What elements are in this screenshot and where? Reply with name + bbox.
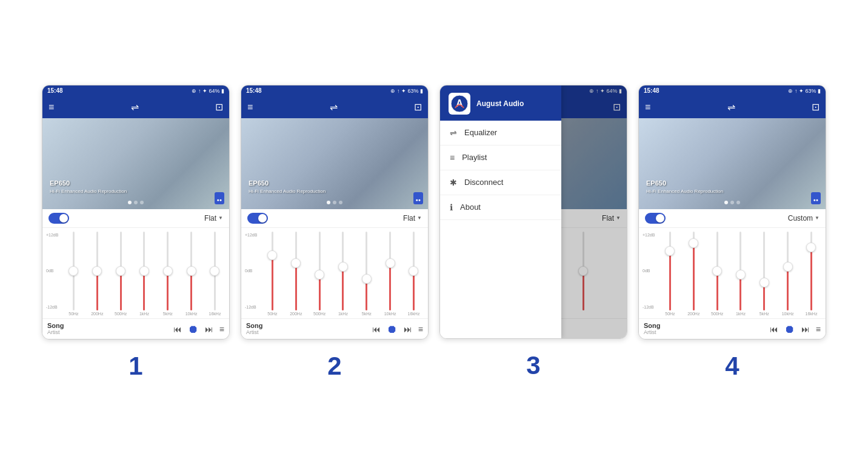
next-btn-4[interactable]: ⏭ xyxy=(801,324,810,334)
artist-1: Artist xyxy=(47,329,64,335)
dot2-1 xyxy=(327,201,330,204)
equalizer-icon: ⇌ xyxy=(450,128,457,138)
phone-4: 15:48 ⊕ ↑ ✦ 63% ▮ ≡ ⇌ ⊡ EP650Hi-Fi Enhan… xyxy=(638,85,826,340)
now-playing-1: Song Artist ⏮ ⏺ ⏭ ≡ xyxy=(42,318,229,339)
status-bar-2: 15:48 ⊕ ↑ ✦ 63% ▮ xyxy=(241,85,428,96)
toggle-row-2: Flat ▼ xyxy=(241,209,428,228)
menu-playlist[interactable]: ≡ Playlist xyxy=(440,146,561,170)
thumb-2-6[interactable] xyxy=(386,258,395,268)
thumb-1-7[interactable] xyxy=(210,266,219,276)
queue-btn-4[interactable]: ≡ xyxy=(816,324,821,334)
freq-200hz-2: 200Hz xyxy=(286,312,305,316)
freq-16khz-4: 16kHz xyxy=(801,312,821,316)
side-menu: A August Audio ⇌ Equalizer ≡ Playlist xyxy=(440,85,561,338)
band-2-1 xyxy=(262,232,282,310)
next-btn-2[interactable]: ⏭ xyxy=(404,324,412,334)
thumb-4-4[interactable] xyxy=(736,270,746,279)
status-bar-4: 15:48 ⊕ ↑ ✦ 63% ▮ xyxy=(639,85,826,96)
thumb-4-6[interactable] xyxy=(783,262,793,272)
svg-text:A: A xyxy=(456,98,463,109)
eq-toggle-4[interactable] xyxy=(645,213,666,224)
band-1-5 xyxy=(158,232,178,310)
badge-4: ●● xyxy=(811,192,821,204)
db-plus-label-1: +12dB xyxy=(46,233,61,237)
time-4: 15:48 xyxy=(644,87,659,94)
toggle-row-4: Custom ▼ xyxy=(639,209,826,228)
band-2-6 xyxy=(381,232,400,310)
overlay-bg[interactable] xyxy=(561,85,627,338)
now-playing-4: Song Artist ⏮ ⏺ ⏭ ≡ xyxy=(639,318,826,339)
eq-icon-2[interactable]: ⇌ xyxy=(330,101,338,113)
bluetooth-icon: ✱ xyxy=(450,178,457,187)
eq-with-dropdown: +12dB 0dB -12dB xyxy=(241,228,428,318)
thumb-2-1[interactable] xyxy=(267,250,277,260)
thumb-1-5[interactable] xyxy=(163,266,173,276)
eq-section-4: +12dB 0dB -12dB xyxy=(639,228,826,318)
freq-50hz-2: 50Hz xyxy=(262,312,282,316)
menu-icon-1[interactable]: ≡ xyxy=(48,102,54,113)
status-icons-4: ⊕ ↑ ✦ 63% ▮ xyxy=(788,88,821,94)
freq-5khz-4: 5kHz xyxy=(755,312,774,316)
thumb-4-2[interactable] xyxy=(689,238,698,248)
thumb-4-1[interactable] xyxy=(665,246,675,256)
menu-icon-2[interactable]: ≡ xyxy=(247,102,253,113)
screen-1-wrapper: 15:48 ⊕ ↑ ✦ 64% ▮ ≡ ⇌ ⊡ EP650Hi-Fi Enhan… xyxy=(42,85,230,381)
eq-toggle-1[interactable] xyxy=(48,213,69,224)
thumb-4-5[interactable] xyxy=(760,278,769,287)
hero-label-2: EP650Hi-Fi Enhanced Audio Reproduction xyxy=(249,179,326,194)
preset-label-1[interactable]: Flat ▼ xyxy=(204,214,223,222)
play-btn-2[interactable]: ⏺ xyxy=(387,323,398,336)
thumb-1-3[interactable] xyxy=(116,266,125,276)
screen-number-3: 3 xyxy=(526,351,540,380)
thumb-2-7[interactable] xyxy=(409,266,418,276)
dot-3 xyxy=(140,201,144,204)
dropdown-arrow-2: ▼ xyxy=(417,215,422,221)
freq-1khz-4: 1kHz xyxy=(731,312,750,316)
hero-image-4: EP650Hi-Fi Enhanced Audio Reproduction ●… xyxy=(639,118,826,209)
status-bar-1: 15:48 ⊕ ↑ ✦ 64% ▮ xyxy=(42,85,229,96)
dot-1 xyxy=(128,201,132,204)
menu-equalizer[interactable]: ⇌ Equalizer xyxy=(440,121,561,146)
preset-label-2[interactable]: Flat ▼ xyxy=(403,214,422,222)
thumb-1-6[interactable] xyxy=(187,266,196,276)
playlist-icon-1[interactable]: ⊡ xyxy=(215,101,223,113)
thumb-1-4[interactable] xyxy=(139,266,149,276)
freq-500hz-4: 500Hz xyxy=(707,312,727,316)
artist-2: Artist xyxy=(246,329,263,335)
song-title-4: Song xyxy=(644,322,661,329)
thumb-2-2[interactable] xyxy=(291,258,301,268)
thumb-1-1[interactable] xyxy=(68,266,78,276)
prev-btn-4[interactable]: ⏮ xyxy=(770,324,778,334)
thumb-4-3[interactable] xyxy=(712,266,722,276)
playlist-icon-2[interactable]: ⊡ xyxy=(414,101,422,113)
thumb-1-2[interactable] xyxy=(92,266,102,276)
band-4-4 xyxy=(731,232,750,310)
eq-toggle-2[interactable] xyxy=(247,213,268,224)
controls-2: ⏮ ⏺ ⏭ ≡ xyxy=(372,323,423,336)
thumb-4-7[interactable] xyxy=(806,243,816,252)
phone-2: 15:48 ⊕ ↑ ✦ 63% ▮ ≡ ⇌ ⊡ EP650Hi-Fi Enhan… xyxy=(241,85,429,340)
db-minus-label-2: -12dB xyxy=(245,305,259,309)
menu-about[interactable]: ℹ About xyxy=(440,195,561,220)
queue-btn-1[interactable]: ≡ xyxy=(219,324,224,334)
preset-label-4[interactable]: Custom ▼ xyxy=(788,214,820,222)
prev-btn-2[interactable]: ⏮ xyxy=(372,324,381,334)
screen-number-2: 2 xyxy=(327,352,341,381)
band-1-6 xyxy=(182,232,201,310)
prev-btn-1[interactable]: ⏮ xyxy=(173,324,182,334)
menu-icon-4[interactable]: ≡ xyxy=(645,102,650,113)
phone-1: 15:48 ⊕ ↑ ✦ 64% ▮ ≡ ⇌ ⊡ EP650Hi-Fi Enhan… xyxy=(42,85,230,340)
playlist-icon-4[interactable]: ⊡ xyxy=(812,101,820,113)
play-btn-4[interactable]: ⏺ xyxy=(784,323,795,336)
queue-btn-2[interactable]: ≡ xyxy=(418,324,423,334)
thumb-2-5[interactable] xyxy=(362,274,372,284)
band-1-3 xyxy=(111,232,130,310)
band-1-2 xyxy=(87,232,107,310)
menu-disconnect[interactable]: ✱ Disconnect xyxy=(440,170,561,195)
next-btn-1[interactable]: ⏭ xyxy=(205,324,213,334)
eq-icon-1[interactable]: ⇌ xyxy=(131,101,139,113)
thumb-2-3[interactable] xyxy=(315,270,324,279)
play-btn-1[interactable]: ⏺ xyxy=(188,323,199,336)
eq-icon-4[interactable]: ⇌ xyxy=(727,101,735,113)
thumb-2-4[interactable] xyxy=(338,262,348,272)
